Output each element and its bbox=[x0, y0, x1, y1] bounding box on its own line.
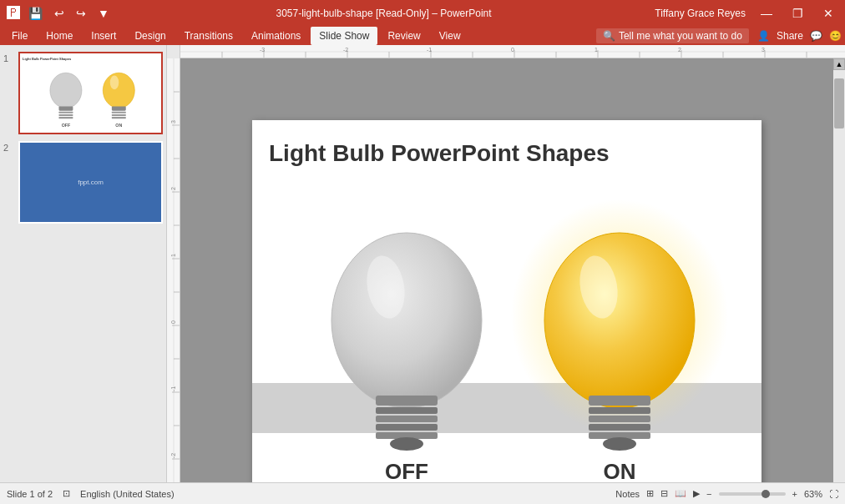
svg-rect-63 bbox=[376, 424, 438, 431]
zoom-thumb[interactable] bbox=[762, 490, 770, 498]
svg-text:ON: ON bbox=[115, 123, 122, 128]
svg-text:3: 3 bbox=[762, 47, 765, 53]
svg-text:2: 2 bbox=[170, 187, 176, 190]
emoji-icon: 😊 bbox=[829, 30, 842, 42]
comment-icon[interactable]: 💬 bbox=[810, 30, 822, 42]
redo-button[interactable]: ↪ bbox=[73, 5, 89, 22]
svg-point-67 bbox=[544, 233, 695, 408]
ruler-corner bbox=[167, 45, 180, 58]
slide-sorter-icon[interactable]: ⊟ bbox=[660, 488, 668, 499]
slide-panel: 1 Light Bulb PowerPoint Shapes bbox=[0, 45, 167, 482]
titlebar-right: Tiffany Grace Reyes — ❐ ✕ bbox=[655, 5, 838, 22]
slide-info: Slide 1 of 2 bbox=[7, 489, 53, 499]
svg-point-0 bbox=[50, 73, 82, 108]
main-area: 1 Light Bulb PowerPoint Shapes bbox=[0, 45, 845, 482]
svg-rect-69 bbox=[589, 396, 650, 406]
svg-rect-11 bbox=[112, 117, 126, 118]
svg-text:-3: -3 bbox=[260, 47, 265, 53]
close-button[interactable]: ✕ bbox=[818, 5, 838, 22]
tab-review[interactable]: Review bbox=[379, 27, 428, 45]
ruler-vertical: 3 2 1 0 -1 -2 bbox=[167, 58, 180, 482]
svg-rect-3 bbox=[58, 114, 73, 116]
save-button[interactable]: 💾 bbox=[25, 5, 46, 22]
tab-file[interactable]: File bbox=[3, 27, 36, 45]
slide-thumbnail-1[interactable]: Light Bulb PowerPoint Shapes OFF bbox=[18, 52, 163, 134]
svg-rect-1 bbox=[58, 106, 73, 110]
ribbon: File Home Insert Design Transitions Anim… bbox=[0, 27, 845, 45]
notes-button[interactable]: Notes bbox=[615, 489, 640, 499]
user-name: Tiffany Grace Reyes bbox=[655, 8, 746, 19]
svg-rect-60 bbox=[376, 396, 438, 406]
normal-view-icon[interactable]: ⊞ bbox=[646, 488, 654, 499]
undo-button[interactable]: ↩ bbox=[51, 5, 68, 22]
scrollbar-vertical[interactable]: ▲ ▼ bbox=[833, 58, 845, 482]
slide-svg: OFF ON bbox=[252, 120, 762, 482]
slide-num-1: 1 bbox=[3, 52, 15, 63]
search-icon: 🔍 bbox=[603, 30, 615, 42]
zoom-in-icon[interactable]: + bbox=[792, 489, 797, 499]
scroll-up-button[interactable]: ▲ bbox=[833, 58, 845, 70]
slide-thumb-1[interactable]: 1 Light Bulb PowerPoint Shapes bbox=[3, 52, 163, 134]
svg-point-74 bbox=[603, 437, 636, 451]
slide-thumbnail-2[interactable]: fppt.com bbox=[18, 141, 163, 224]
tab-design[interactable]: Design bbox=[126, 27, 174, 45]
svg-rect-61 bbox=[376, 407, 438, 414]
zoom-slider[interactable] bbox=[719, 492, 786, 496]
svg-text:ON: ON bbox=[604, 459, 636, 482]
restore-button[interactable]: ❐ bbox=[787, 5, 808, 22]
svg-text:-2: -2 bbox=[170, 453, 176, 458]
svg-text:-1: -1 bbox=[170, 386, 176, 391]
fit-window-icon[interactable]: ⛶ bbox=[829, 489, 838, 499]
svg-rect-2 bbox=[58, 112, 73, 113]
statusbar: Slide 1 of 2 ⊡ English (United States) N… bbox=[0, 482, 845, 504]
svg-point-65 bbox=[390, 437, 423, 451]
thumb1-title: Light Bulb PowerPoint Shapes bbox=[23, 57, 71, 61]
svg-rect-8 bbox=[112, 106, 126, 110]
svg-rect-62 bbox=[376, 416, 438, 422]
customize-qa-button[interactable]: ▼ bbox=[94, 5, 113, 22]
titlebar: 🅿 💾 ↩ ↪ ▼ 3057-light-bulb-shape [Read-On… bbox=[0, 0, 845, 27]
svg-text:1: 1 bbox=[170, 254, 176, 257]
tab-transitions[interactable]: Transitions bbox=[176, 27, 241, 45]
canvas-area: 3 2 1 0 -1 -2 bbox=[167, 58, 845, 482]
svg-text:0: 0 bbox=[170, 320, 176, 324]
svg-text:-2: -2 bbox=[343, 47, 348, 53]
search-bar[interactable]: 🔍 Tell me what you want to do bbox=[596, 28, 749, 43]
scroll-track bbox=[833, 70, 845, 482]
svg-text:OFF: OFF bbox=[385, 459, 428, 482]
slide-thumb-2[interactable]: 2 fppt.com bbox=[3, 141, 163, 224]
minimize-button[interactable]: — bbox=[756, 5, 777, 22]
svg-rect-4 bbox=[58, 117, 73, 118]
svg-text:3: 3 bbox=[170, 120, 176, 123]
slideshow-icon[interactable]: ▶ bbox=[693, 488, 700, 499]
share-icon: 👤 bbox=[757, 30, 770, 42]
tab-animations[interactable]: Animations bbox=[243, 27, 309, 45]
svg-rect-72 bbox=[589, 424, 650, 431]
reading-view-icon[interactable]: 📖 bbox=[675, 488, 686, 499]
svg-rect-70 bbox=[589, 407, 650, 414]
search-placeholder-text: Tell me what you want to do bbox=[619, 30, 742, 42]
svg-text:0: 0 bbox=[511, 47, 514, 53]
ruler-top-bar: // rendered via inline SVG static ticks … bbox=[167, 45, 845, 58]
thumb1-svg: OFF ON bbox=[20, 53, 161, 133]
tab-insert[interactable]: Insert bbox=[83, 27, 124, 45]
svg-text:-1: -1 bbox=[427, 47, 432, 53]
ruler-horizontal: // rendered via inline SVG static ticks … bbox=[180, 45, 845, 58]
tab-home[interactable]: Home bbox=[38, 27, 81, 45]
slide-canvas-wrapper: Light Bulb PowerPoint Shapes bbox=[180, 58, 833, 482]
share-label[interactable]: Share bbox=[777, 30, 803, 42]
svg-point-58 bbox=[331, 233, 482, 408]
tab-slideshow[interactable]: Slide Show bbox=[311, 27, 377, 45]
tab-view[interactable]: View bbox=[431, 27, 469, 45]
scroll-thumb[interactable] bbox=[834, 78, 844, 129]
thumb2-inner: fppt.com bbox=[20, 143, 161, 222]
ribbon-actions: 👤 Share 💬 😊 bbox=[757, 30, 842, 42]
svg-text:1: 1 bbox=[595, 47, 598, 53]
slide-canvas[interactable]: Light Bulb PowerPoint Shapes bbox=[252, 120, 762, 482]
zoom-out-icon[interactable]: − bbox=[706, 489, 711, 499]
status-icon[interactable]: ⊡ bbox=[63, 488, 70, 499]
zoom-percent[interactable]: 63% bbox=[804, 489, 822, 499]
svg-rect-71 bbox=[589, 416, 650, 422]
language: English (United States) bbox=[80, 489, 175, 499]
svg-rect-10 bbox=[112, 114, 126, 116]
